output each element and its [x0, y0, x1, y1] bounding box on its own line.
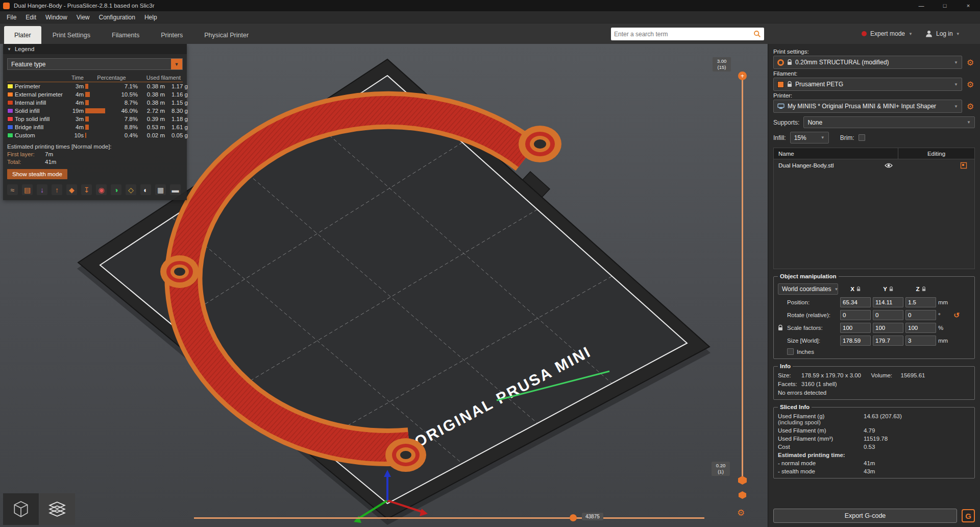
layers-icon [47, 501, 67, 517]
layer-slider-track[interactable] [742, 76, 743, 480]
menu-file[interactable]: File [2, 11, 21, 23]
filament-gear-icon[interactable]: ⚙ [966, 80, 975, 89]
size-y-input[interactable] [873, 336, 903, 346]
lock-icon[interactable] [922, 286, 926, 292]
position-unit: mm [938, 299, 951, 305]
infill-dropdown[interactable]: 15% ▼ [790, 132, 829, 143]
menu-edit[interactable]: Edit [21, 11, 41, 23]
volume-label: Volume: [871, 372, 901, 378]
position-z-input[interactable] [905, 297, 936, 307]
printer-gear-icon[interactable]: ⚙ [966, 102, 975, 111]
scale-y-input[interactable] [873, 323, 903, 333]
object-name: Dual Hanger-Body.stl [778, 162, 834, 169]
lock-icon[interactable] [889, 286, 893, 292]
size-info-value: 178.59 x 179.70 x 3.00 [801, 372, 871, 378]
slider-settings-gear-icon[interactable]: ⚙ [737, 508, 745, 518]
maximize-button[interactable]: □ [933, 0, 957, 11]
preview-view-thumbnail[interactable] [39, 493, 75, 525]
show-stealth-mode-button[interactable]: Show stealth mode [7, 169, 67, 179]
filament-dropdown[interactable]: Prusament PETG ▼ [773, 78, 962, 91]
layers-editing-icon[interactable] [960, 162, 967, 169]
printer-dropdown[interactable]: My MINIIS * Original Prusa MINI & MINI+ … [773, 100, 962, 113]
rotate-z-input[interactable] [905, 310, 936, 320]
legend-row: Custom 10s 0.4% 0.02 m 0.05 g [7, 131, 183, 139]
print-settings-label: Print settings: [773, 49, 975, 55]
mode-label: Expert mode [870, 30, 905, 37]
color-changes-icon[interactable]: ◉ [96, 184, 107, 195]
editor-view-thumbnail[interactable] [3, 493, 39, 525]
deretractions-icon[interactable]: ↑ [52, 184, 62, 195]
preview-options-toolbar: ≈ ▤ ↓ ↑ ◆ ↧ ◉ ◑ ◇ ◐ ▦ ▬ [7, 184, 183, 195]
scale-unit: % [938, 325, 951, 331]
mode-selector[interactable]: Expert mode ▼ [862, 23, 913, 44]
view-type-dropdown[interactable]: Feature type ▼ [7, 58, 183, 70]
size-x-input[interactable] [840, 336, 871, 346]
feature-color-swatch [7, 116, 13, 122]
minimize-button[interactable]: — [910, 0, 933, 11]
print-settings-gear-icon[interactable]: ⚙ [966, 58, 975, 67]
rotate-y-input[interactable] [873, 310, 903, 320]
seams-icon[interactable]: ◆ [66, 184, 77, 195]
object-row[interactable]: Dual Hanger-Body.stl [774, 159, 974, 172]
gcode-icon[interactable]: G [962, 509, 975, 522]
chevron-down-icon: ▼ [956, 32, 960, 36]
center-view-icon[interactable]: ◐ [140, 184, 151, 195]
size-z-input[interactable] [905, 336, 936, 346]
size-info-label: Size: [778, 372, 801, 378]
percentage-bar [85, 92, 115, 97]
login-button[interactable]: Log in ▼ [925, 23, 960, 44]
position-y-input[interactable] [873, 297, 903, 307]
search-box[interactable] [611, 28, 764, 40]
supports-dropdown[interactable]: None ▼ [803, 116, 975, 128]
shells-icon[interactable]: ▤ [22, 184, 33, 195]
tab-filaments[interactable]: Filaments [102, 26, 150, 44]
eye-icon[interactable] [885, 162, 893, 169]
rotate-x-input[interactable] [840, 310, 871, 320]
menu-window[interactable]: Window [41, 11, 72, 23]
legend-collapse-header[interactable]: ▼ Legend [3, 44, 187, 54]
hanger-tab [160, 255, 199, 288]
feature-color-swatch [7, 84, 13, 89]
infill-value: 15% [794, 134, 806, 141]
facets-label: Facets: [778, 381, 801, 387]
total-time: Total: 41m [7, 159, 183, 165]
window-title: Dual Hanger-Body - PrusaSlicer-2.8.1 bas… [14, 3, 155, 9]
export-gcode-button[interactable]: Export G-code [773, 509, 957, 523]
moves-slider-handle[interactable] [570, 514, 577, 521]
moves-slider-track[interactable] [194, 517, 704, 519]
reset-rotation-icon[interactable]: ↺ [953, 311, 962, 319]
tab-physical-printer[interactable]: Physical Printer [194, 26, 259, 44]
coordinates-dropdown[interactable]: World coordinates ▼ [778, 283, 838, 295]
brim-label: Brim: [840, 134, 854, 141]
brim-checkbox[interactable] [859, 134, 865, 141]
used-filament-g-value: 14.63 (207.63) [864, 413, 970, 419]
tab-print-settings[interactable]: Print Settings [42, 26, 101, 44]
menu-view[interactable]: View [72, 11, 94, 23]
position-x-input[interactable] [840, 297, 871, 307]
travel-icon[interactable]: ≈ [7, 184, 18, 195]
search-input[interactable] [614, 31, 753, 38]
retractions-icon[interactable]: ↓ [37, 184, 47, 195]
layer-slider-top-handle[interactable]: + [738, 71, 747, 80]
menu-configuration[interactable]: Configuration [94, 11, 140, 23]
menu-help[interactable]: Help [140, 11, 162, 23]
custom-gcodes-icon[interactable]: ◇ [126, 184, 136, 195]
right-sidebar: Print settings: 0.20mm STRUCTURAL (modif… [768, 44, 980, 527]
used-filament-mm3-label: Used Filament (mm³) [778, 436, 864, 442]
legend-title: Legend [15, 46, 34, 52]
lock-icon[interactable] [856, 286, 861, 292]
close-button[interactable]: × [957, 0, 980, 11]
tool-changes-icon[interactable]: ↧ [81, 184, 92, 195]
3d-viewport[interactable]: ORIGINAL PRUSA MINI [0, 44, 768, 527]
wireframe-icon[interactable]: ▦ [155, 184, 166, 195]
tab-plater[interactable]: Plater [4, 26, 41, 44]
scale-x-input[interactable] [840, 323, 871, 333]
scale-z-input[interactable] [905, 323, 936, 333]
tab-printers[interactable]: Printers [151, 26, 193, 44]
inches-checkbox[interactable] [787, 348, 794, 355]
bed-icon[interactable]: ▬ [170, 184, 181, 195]
uniform-scale-lock-icon[interactable] [778, 325, 783, 331]
pause-prints-icon[interactable]: ◑ [111, 184, 121, 195]
login-label: Log in [936, 30, 953, 37]
print-settings-dropdown[interactable]: 0.20mm STRUCTURAL (modified) ▼ [773, 56, 962, 69]
